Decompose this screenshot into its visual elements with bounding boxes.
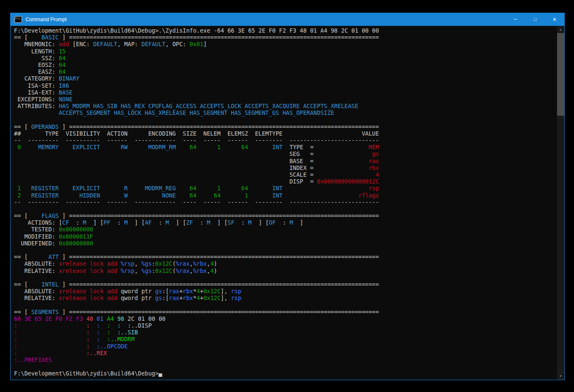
maximize-icon: □ (534, 17, 537, 22)
console-line: : : : : : :..DISP (14, 322, 564, 329)
console-line: UNDEFINED: 0x00000000 (14, 240, 564, 247)
console-line: == [ FLAGS ] ===========================… (14, 212, 564, 219)
console-line: ABSOLUTE: xrelease lock add qword ptr gs… (14, 288, 564, 295)
console-line: : : : : :..SIB (14, 329, 564, 336)
console-line: : : :..OPCODE (14, 343, 564, 350)
console-line: == [ SEGMENTS ] ========================… (14, 309, 564, 315)
console-line: ATTRIBUTES: HAS_MODRM HAS_SIB HAS_REX CP… (14, 103, 564, 109)
console-line: SSZ: 64 (14, 55, 564, 61)
console-line: : : : :..MODRM (14, 336, 564, 342)
console-line: ACTIONS: [CF : M ] [PF : M ] [AF : M ] [… (14, 219, 564, 226)
console-line: -- --------- ---------- ------ ---------… (14, 199, 564, 206)
console-line: 2 REGISTER HIDDEN W NONE 64 64 1 INT rfl… (14, 192, 564, 199)
console-line: ACCEPTS_SEGMENT HAS_LOCK HAS_XRELEASE HA… (14, 109, 564, 116)
console-line (14, 247, 564, 253)
console-line: 0 MEMORY EXPLICIT RW MODRM_RM 64 1 64 IN… (14, 144, 564, 150)
console-line (14, 363, 564, 370)
minimize-button[interactable]: – (506, 13, 525, 26)
scroll-up-button[interactable]: ▲ (557, 26, 564, 33)
scroll-down-icon: ▼ (559, 375, 562, 378)
console-line: F:\Development\GitHub\zydis\Build64\Debu… (14, 370, 564, 377)
console-line: MODIFIED: 0x0000011F (14, 233, 564, 240)
console-line: DISP = 0x000000000000012C (14, 178, 564, 185)
console-line: RELATIVE: xrelease lock add %rsp, %gs:0x… (14, 267, 564, 274)
console-line: -- --------- ---------- ------ ---------… (14, 137, 564, 144)
console-line: MNEMONIC: add [ENC: DEFAULT, MAP: DEFAUL… (14, 41, 564, 47)
console-line: LENGTH: 15 (14, 48, 564, 55)
console-output: F:\Development\GitHub\zydis\Build64\Debu… (11, 26, 564, 377)
console-line: ## TYPE VISIBILITY ACTION ENCODING SIZE … (14, 130, 564, 137)
console-line (14, 116, 564, 123)
title-bar[interactable]: C:\_ Command Prompt – □ ✕ (11, 13, 564, 26)
window-title: Command Prompt (25, 17, 67, 22)
close-icon: ✕ (552, 17, 557, 22)
console-line: TESTED: 0x00000000 (14, 226, 564, 233)
console-line: 66 3E 65 2E F0 F2 F3 48 01 A4 98 2C 01 0… (14, 315, 564, 322)
command-prompt-window: C:\_ Command Prompt – □ ✕ F:\Development… (10, 13, 565, 380)
console-line: SCALE = 4 (14, 171, 564, 178)
console-line: == [ OPERANDS ] ========================… (14, 123, 564, 130)
scroll-up-icon: ▲ (559, 28, 562, 31)
close-button[interactable]: ✕ (545, 13, 564, 26)
console-line: INDEX = rbx (14, 164, 564, 171)
console-line (14, 206, 564, 212)
console-line: : :..REX (14, 350, 564, 356)
console-line: == [ ATT ] =============================… (14, 253, 564, 260)
console-viewport[interactable]: F:\Development\GitHub\zydis\Build64\Debu… (11, 26, 564, 380)
console-line: == [ INTEL ] ===========================… (14, 281, 564, 288)
console-line: SEG = gs (14, 150, 564, 157)
console-line (14, 274, 564, 281)
cursor-block: ▄ (158, 370, 162, 377)
console-line: RELATIVE: xrelease lock add qword ptr gs… (14, 295, 564, 301)
console-line: EXCEPTIONS: NONE (14, 96, 564, 103)
minimize-icon: – (514, 15, 517, 22)
console-line: :..PREFIXES (14, 356, 564, 363)
maximize-button[interactable]: □ (525, 13, 545, 26)
cmd-icon: C:\_ (14, 16, 22, 23)
cmd-icon-label: C:\_ (15, 17, 21, 19)
console-line: F:\Development\GitHub\zydis\Build64\Debu… (14, 27, 564, 34)
scrollbar-thumb[interactable] (557, 33, 564, 116)
console-line: CATEGORY: BINARY (14, 75, 564, 82)
desktop: C:\_ Command Prompt – □ ✕ F:\Development… (0, 0, 574, 392)
scroll-down-button[interactable]: ▼ (557, 373, 564, 380)
console-line: EASZ: 64 (14, 68, 564, 75)
console-line: ABSOLUTE: xrelease lock add %rsp, %gs:0x… (14, 260, 564, 267)
console-line: ISA-EXT: BASE (14, 89, 564, 96)
console-line (14, 302, 564, 309)
console-line: ISA-SET: I86 (14, 82, 564, 89)
console-line: 1 REGISTER EXPLICIT R MODRM_REG 64 1 64 … (14, 185, 564, 192)
scrollbar[interactable]: ▲ ▼ (557, 26, 564, 380)
console-line: EOSZ: 64 (14, 61, 564, 68)
console-line: == [ BASIC ] ===========================… (14, 34, 564, 41)
console-line: BASE = rax (14, 158, 564, 164)
